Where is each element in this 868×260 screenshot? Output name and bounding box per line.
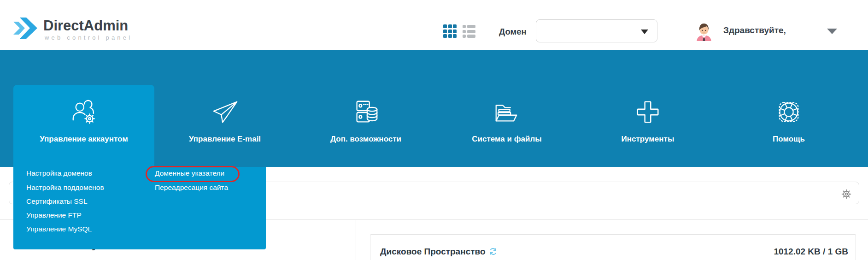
plus-icon <box>633 98 662 126</box>
menu-item-site-redirect[interactable]: Переадресация сайта <box>155 183 228 192</box>
logo-subtitle: web control panel <box>45 34 132 41</box>
tab-system-files[interactable]: Система и файлы <box>436 50 577 167</box>
disk-space-title: Дисковое Пространство <box>380 247 486 257</box>
tab-label: Управление аккаунтом <box>13 135 154 144</box>
grid-view-icon[interactable] <box>443 24 457 38</box>
menu-item-mysql-management[interactable]: Управление MySQL <box>26 225 92 233</box>
tab-account-management[interactable]: Управление аккаунтом <box>13 85 154 167</box>
tab-label: Управление E-mail <box>154 135 295 144</box>
gear-icon[interactable] <box>840 188 852 200</box>
menu-item-domain-setup[interactable]: Настройка доменов <box>26 169 92 177</box>
list-view-icon[interactable] <box>463 25 476 38</box>
disk-space-value: 1012.02 KB / 1 GB <box>664 247 848 257</box>
lifebuoy-icon <box>774 98 803 126</box>
server-database-icon <box>352 98 380 126</box>
directadmin-page: DirectAdmin web control panel Домен Здра… <box>0 0 868 260</box>
account-management-dropdown: Настройка доменов Настройка поддоменов С… <box>13 167 266 249</box>
chevron-down-icon[interactable] <box>641 30 648 34</box>
header: DirectAdmin web control panel Домен Здра… <box>0 0 868 50</box>
tab-label: Помощь <box>718 135 859 144</box>
menu-item-ssl-certificates[interactable]: Сертификаты SSL <box>26 197 88 206</box>
menu-item-subdomain-setup[interactable]: Настройка поддоменов <box>26 183 104 192</box>
tab-email-management[interactable]: Управление E-mail <box>154 50 295 167</box>
menu-item-domain-pointers[interactable]: Доменные указатели <box>155 169 224 177</box>
user-menu-chevron-down-icon[interactable] <box>827 29 837 34</box>
domain-select[interactable] <box>536 19 657 42</box>
refresh-icon[interactable] <box>489 247 498 256</box>
tab-tools[interactable]: Инструменты <box>577 50 718 167</box>
paper-plane-icon <box>211 98 239 126</box>
tab-help[interactable]: Помощь <box>718 50 859 167</box>
tab-label: Доп. возможности <box>295 135 436 144</box>
tab-label: Система и файлы <box>436 135 577 144</box>
directadmin-logo-icon[interactable] <box>13 14 39 41</box>
menu-item-ftp-management[interactable]: Управление FTP <box>26 211 82 219</box>
logo-title[interactable]: DirectAdmin <box>43 18 128 34</box>
tab-extra-features[interactable]: Доп. возможности <box>295 50 436 167</box>
tab-label: Инструменты <box>577 135 718 144</box>
avatar[interactable] <box>694 22 714 41</box>
domain-label: Домен <box>499 27 527 37</box>
content-divider-vertical <box>356 220 356 260</box>
users-gear-icon <box>70 98 98 126</box>
folder-files-icon <box>493 98 521 126</box>
user-greeting[interactable]: Здравствуйте, <box>723 25 786 35</box>
